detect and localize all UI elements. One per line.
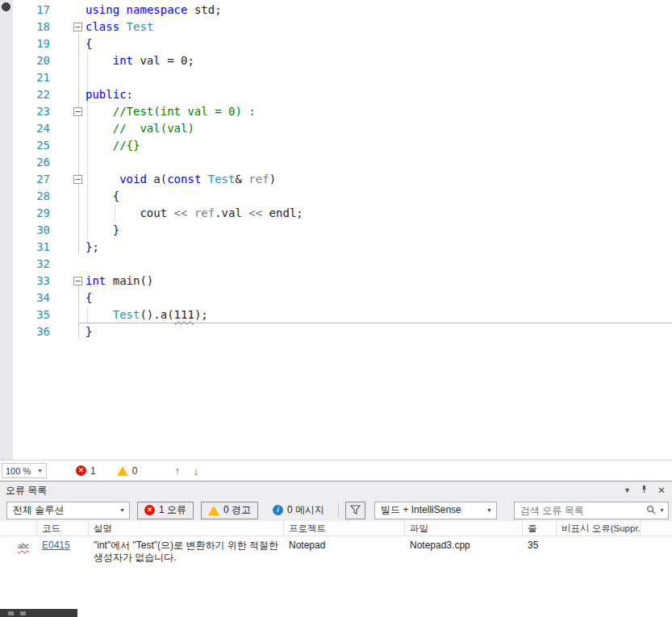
- filter-button[interactable]: [345, 502, 365, 519]
- taskbar-fragment: [0, 609, 77, 617]
- intellisense-squiggle-icon: abc: [18, 542, 29, 550]
- code-line[interactable]: 19{: [0, 35, 672, 52]
- previous-issue-icon[interactable]: ↑: [174, 465, 180, 477]
- collapse-toggle-icon[interactable]: −: [73, 23, 82, 31]
- error-code-link[interactable]: E0415: [42, 540, 70, 551]
- search-icon[interactable]: [646, 503, 656, 518]
- build-intellisense-dropdown[interactable]: 빌드 + IntelliSense ▼: [374, 502, 497, 519]
- pin-icon[interactable]: [640, 485, 649, 496]
- code-line[interactable]: 23− //Test(int val = 0) :: [0, 103, 672, 120]
- outlining-margin: [55, 323, 79, 340]
- line-number: 17: [13, 2, 55, 19]
- code-line[interactable]: 25 //{}: [0, 137, 672, 154]
- outlining-margin: [55, 154, 79, 171]
- outlining-margin: [55, 120, 79, 137]
- error-project: Notepad: [284, 540, 405, 552]
- code-line[interactable]: 35 Test().a(111);: [0, 306, 672, 323]
- outlining-margin[interactable]: −: [55, 19, 79, 35]
- code-text: void a(const Test& ref): [79, 171, 276, 188]
- collapse-toggle-icon[interactable]: −: [73, 175, 82, 184]
- code-line[interactable]: 33−int main(): [0, 273, 672, 290]
- code-line[interactable]: 34{: [0, 290, 672, 306]
- code-text: using namespace std;: [79, 2, 222, 19]
- code-line[interactable]: 29 cout << ref.val << endl;: [0, 205, 672, 222]
- outlining-margin: [55, 222, 79, 239]
- messages-filter-label: 0 메시지: [287, 503, 324, 517]
- next-issue-icon[interactable]: ↓: [193, 465, 198, 477]
- code-line[interactable]: 26: [0, 154, 672, 171]
- close-icon[interactable]: ✕: [657, 485, 666, 496]
- outlining-margin: [55, 290, 79, 306]
- header-severity-icon-column[interactable]: [13, 521, 37, 536]
- panel-title-bar[interactable]: 오류 목록 ▼ ✕: [0, 482, 672, 499]
- error-list-search[interactable]: ▼: [514, 502, 669, 519]
- code-lines: 17using namespace std;18−class Test19{20…: [0, 2, 672, 340]
- code-line[interactable]: 28 {: [0, 188, 672, 205]
- code-text: public:: [79, 86, 133, 103]
- line-number: 19: [13, 35, 55, 52]
- line-number: 27: [13, 171, 55, 188]
- header-suppression[interactable]: 비표시 오류(Suppr...: [557, 521, 641, 536]
- header-line[interactable]: 줄: [523, 521, 557, 536]
- header-file[interactable]: 파일: [405, 521, 523, 536]
- scope-filter-dropdown[interactable]: 전체 솔루션 ▼: [6, 502, 130, 519]
- code-line[interactable]: 31};: [0, 239, 672, 256]
- code-line[interactable]: 27− void a(const Test& ref): [0, 171, 672, 188]
- code-line[interactable]: 17using namespace std;: [0, 2, 672, 19]
- code-editor[interactable]: 17using namespace std;18−class Test19{20…: [0, 0, 672, 461]
- errors-filter-button[interactable]: ✕ 1 오류: [137, 502, 194, 519]
- code-line[interactable]: 22public:: [0, 86, 672, 103]
- line-number: 20: [13, 52, 55, 69]
- code-text: [79, 69, 86, 86]
- search-input[interactable]: [520, 505, 646, 516]
- line-number: 33: [13, 273, 55, 290]
- chevron-down-icon[interactable]: ▼: [659, 507, 665, 513]
- code-line[interactable]: 30 }: [0, 222, 672, 239]
- code-line[interactable]: 32: [0, 256, 672, 273]
- warnings-filter-label: 0 경고: [223, 503, 251, 517]
- code-text: {: [79, 35, 92, 52]
- zoom-value: 100 %: [6, 466, 31, 476]
- zoom-control[interactable]: 100 % ▼: [2, 463, 47, 478]
- header-project[interactable]: 프로젝트: [284, 521, 405, 536]
- line-number: 23: [13, 103, 55, 120]
- code-line[interactable]: 24 // val(val): [0, 120, 672, 137]
- code-line[interactable]: 21: [0, 69, 672, 86]
- line-number: 26: [13, 154, 55, 171]
- outlining-margin[interactable]: −: [55, 171, 79, 188]
- collapse-toggle-icon[interactable]: −: [73, 277, 82, 286]
- header-gutter: [0, 521, 13, 536]
- error-count: 1: [90, 465, 96, 477]
- code-text: // val(val): [79, 120, 194, 137]
- error-row[interactable]: abc E0415 "int"에서 "Test"(으)로 변환하기 위한 적절한…: [0, 536, 672, 569]
- line-number: 30: [13, 222, 55, 239]
- header-code[interactable]: 코드: [37, 521, 89, 536]
- outlining-margin: [55, 306, 79, 323]
- line-number: 18: [13, 19, 55, 35]
- code-text: [79, 154, 86, 171]
- line-number: 32: [13, 256, 55, 273]
- header-description[interactable]: 설명: [89, 521, 284, 536]
- window-position-icon[interactable]: ▼: [624, 486, 631, 494]
- outlining-margin[interactable]: −: [55, 103, 79, 120]
- line-number: 35: [13, 306, 55, 323]
- line-number: 22: [13, 86, 55, 103]
- warnings-filter-button[interactable]: 0 경고: [201, 502, 258, 519]
- messages-filter-button[interactable]: i 0 메시지: [265, 502, 332, 519]
- code-text: };: [79, 239, 99, 256]
- error-count-indicator[interactable]: ✕ 1: [76, 465, 96, 477]
- code-text: class Test: [79, 19, 153, 35]
- outlining-margin: [55, 137, 79, 154]
- warning-count-indicator[interactable]: 0: [117, 465, 138, 477]
- outlining-margin: [55, 256, 79, 273]
- line-number: 28: [13, 188, 55, 205]
- outlining-margin[interactable]: −: [55, 273, 79, 290]
- line-number: 31: [13, 239, 55, 256]
- code-line[interactable]: 18−class Test: [0, 19, 672, 35]
- error-description: "int"에서 "Test"(으)로 변환하기 위한 적절한 생성자가 없습니다…: [89, 540, 284, 564]
- editor-status-strip: 100 % ▼ ✕ 1 0 ↑ ↓: [0, 461, 672, 481]
- collapse-toggle-icon[interactable]: −: [73, 107, 82, 116]
- code-line[interactable]: 36}: [0, 323, 672, 340]
- outlining-margin: [55, 2, 79, 19]
- code-line[interactable]: 20 int val = 0;: [0, 52, 672, 69]
